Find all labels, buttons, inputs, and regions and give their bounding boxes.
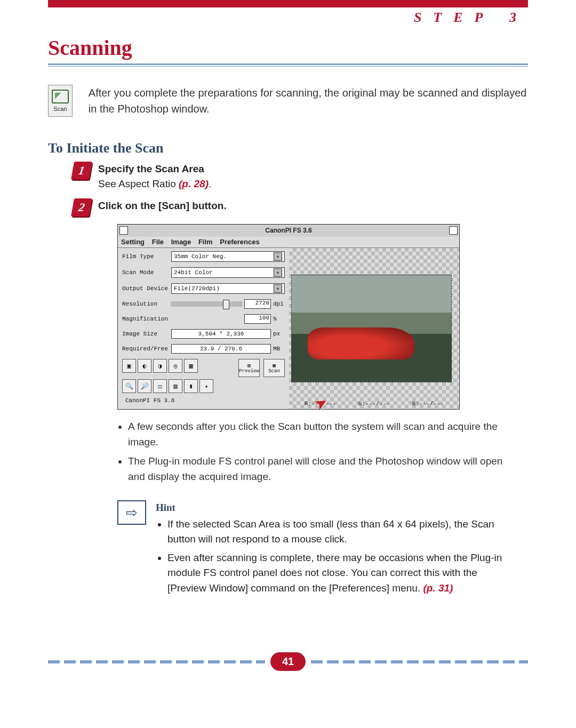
resolution-unit: dpi xyxy=(273,301,285,307)
output-device-label: Output Device xyxy=(122,285,171,292)
output-device-select[interactable]: File(2720dpi)▾ xyxy=(171,283,285,294)
bullet-2: The Plug-in module FS control panel will… xyxy=(128,454,518,484)
readout-g: G:---/--- xyxy=(358,401,390,407)
tool-button-3[interactable]: ◑ xyxy=(153,359,167,373)
tool-button-1[interactable]: ▣ xyxy=(122,359,136,373)
bullet-1: A few seconds after you click the Scan b… xyxy=(128,419,518,450)
title-rule xyxy=(48,63,528,67)
magnification-label: Magnification xyxy=(122,316,171,322)
scan-mode-label: Scan Mode xyxy=(122,269,171,276)
top-band xyxy=(48,0,528,7)
scan-mode-select[interactable]: 24bit Color▾ xyxy=(171,267,285,278)
chevron-down-icon: ▾ xyxy=(274,268,282,277)
step-2-title: Click on the [Scan] button. xyxy=(98,198,227,213)
tool-button-2[interactable]: ◐ xyxy=(138,359,151,373)
step-header: STEP 3 xyxy=(48,10,528,26)
menu-film[interactable]: Film xyxy=(198,238,213,246)
tool-button-9[interactable]: ✦ xyxy=(199,379,213,393)
result-bullets: A few seconds after you click the Scan b… xyxy=(117,419,528,484)
resolution-slider[interactable] xyxy=(171,301,242,307)
menubar: Setting File Image Film Preferences xyxy=(118,236,459,248)
preview-button[interactable]: ▧Preview xyxy=(238,359,260,377)
tool-button-4[interactable]: ◎ xyxy=(169,359,182,373)
page-ref-31: (p. 31) xyxy=(423,582,453,594)
preview-image xyxy=(291,275,452,382)
reqfree-unit: MB xyxy=(273,346,285,352)
tool-button-8[interactable]: ▮ xyxy=(184,379,198,393)
footer-dashes-left xyxy=(48,660,265,663)
preview-icon: ▧ xyxy=(247,363,250,369)
readout-b: B:---/--- xyxy=(412,401,444,407)
image-size-label: Image Size xyxy=(122,331,171,337)
window-title: CanonPI FS 3.6 xyxy=(265,227,311,234)
page-number: 41 xyxy=(270,652,306,671)
slider-thumb[interactable] xyxy=(223,300,229,309)
tool-button-6[interactable]: ◻ xyxy=(153,379,167,393)
resolution-value[interactable]: 2720 xyxy=(244,299,271,309)
scan-button[interactable]: ▩Scan xyxy=(263,359,285,377)
zoom-in-button[interactable]: 🔍 xyxy=(122,379,136,393)
hint-item-1: If the selected Scan Area is too small (… xyxy=(167,517,516,547)
section-heading: To Initiate the Scan xyxy=(48,140,528,156)
page-ref-28: (p. 28) xyxy=(179,178,209,189)
step-1-sub: See Aspect Ratio (p. 28). xyxy=(98,177,211,191)
resolution-label: Resolution xyxy=(122,301,171,307)
tool-button-5[interactable]: ▦ xyxy=(184,359,198,373)
chevron-down-icon: ▾ xyxy=(274,252,282,261)
step-1-title: Specify the Scan Area xyxy=(98,162,211,177)
footer-dashes-right xyxy=(311,660,528,663)
image-size-unit: px xyxy=(273,331,285,337)
status-text: CanonPI FS 3.6 xyxy=(122,395,285,406)
screenshot-panel: CanonPI FS 3.6 Setting File Image Film P… xyxy=(117,224,460,410)
magnification-value[interactable]: 100 xyxy=(244,314,271,324)
sysmenu-button[interactable] xyxy=(119,226,128,235)
menu-image[interactable]: Image xyxy=(171,238,191,246)
step-number-1: 1 xyxy=(71,162,92,180)
scan-icon xyxy=(52,90,69,103)
window-titlebar: CanonPI FS 3.6 xyxy=(118,225,459,236)
window-resize-button[interactable] xyxy=(449,226,458,235)
reqfree-value: 23.9 / 270.6 xyxy=(171,344,271,354)
film-type-label: Film Type xyxy=(122,253,171,260)
page-title: Scanning xyxy=(48,35,528,60)
menu-file[interactable]: File xyxy=(152,238,164,246)
magnification-unit: % xyxy=(273,316,285,322)
menu-setting[interactable]: Setting xyxy=(121,238,145,246)
scan-chip: Scan xyxy=(48,85,73,117)
zoom-out-button[interactable]: 🔎 xyxy=(138,379,151,393)
scan-icon: ▩ xyxy=(273,363,275,369)
tool-button-7[interactable]: ▧ xyxy=(169,379,182,393)
intro-text: After you complete the preparations for … xyxy=(89,85,528,117)
chevron-down-icon: ▾ xyxy=(274,284,282,293)
hint-icon: ⇨ xyxy=(117,500,146,525)
scan-chip-label: Scan xyxy=(53,106,67,112)
preview-area[interactable]: R:---/--- G:---/--- B:---/--- xyxy=(289,248,459,409)
menu-preferences[interactable]: Preferences xyxy=(220,238,259,246)
step-number-2: 2 xyxy=(71,198,92,217)
hint-item-2: Even after scanning is complete, there m… xyxy=(167,550,516,596)
film-type-select[interactable]: 35mm Color Neg.▾ xyxy=(171,251,285,262)
reqfree-label: Required/Free xyxy=(122,346,171,352)
image-size-value: 3,504 * 2,336 xyxy=(171,329,271,339)
hint-title: Hint xyxy=(156,500,516,516)
preview-subject xyxy=(308,327,414,359)
